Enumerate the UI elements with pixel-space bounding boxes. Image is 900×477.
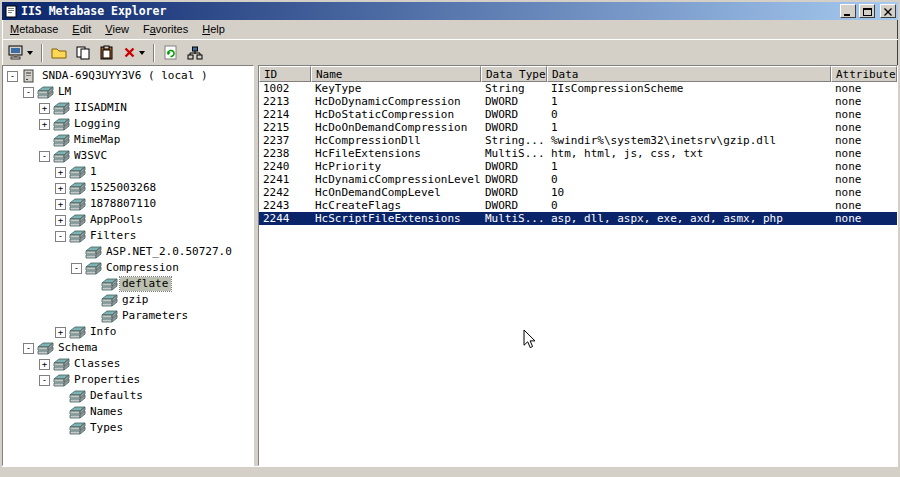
paste-button[interactable] (96, 42, 118, 64)
cell-attributes: none (831, 173, 897, 186)
tree-item-parameters[interactable]: Parameters (3, 308, 253, 324)
metabase-node-icon (69, 422, 88, 435)
cell-id: 1002 (259, 82, 311, 95)
tree-item-info[interactable]: +Info (3, 324, 253, 340)
tree-item-apppools[interactable]: +AppPools (3, 212, 253, 228)
tree-item-label: MimeMap (72, 133, 123, 147)
expand-icon[interactable]: + (39, 119, 50, 130)
tree-item-asp-net-2-0-50727-0[interactable]: ASP.NET_2.0.50727.0 (3, 244, 253, 260)
column-header-data-type[interactable]: Data Type (481, 66, 547, 82)
tree-item-properties[interactable]: -Properties (3, 372, 253, 388)
tree-item-classes[interactable]: +Classes (3, 356, 253, 372)
collapse-icon[interactable]: - (23, 87, 34, 98)
collapse-icon[interactable]: - (23, 343, 34, 354)
list-row-1002[interactable]: 1002KeyTypeStringIIsCompressionSchemenon… (259, 82, 897, 95)
cell-name: HcCreateFlags (311, 199, 481, 212)
tree-item-names[interactable]: Names (3, 404, 253, 420)
tree-item-compression[interactable]: -Compression (3, 260, 253, 276)
menu-item-view[interactable]: View (98, 21, 136, 38)
column-header-data[interactable]: Data (547, 66, 831, 82)
tree-item-filters[interactable]: -Filters (3, 228, 253, 244)
menu-item-favorites[interactable]: Favorites (136, 21, 195, 38)
list-row-2241[interactable]: 2241HcDynamicCompressionLevelDWORD0none (259, 173, 897, 186)
delete-button[interactable] (120, 42, 148, 64)
expand-icon[interactable]: + (55, 183, 66, 194)
column-header-name[interactable]: Name (311, 66, 481, 82)
collapse-icon[interactable]: - (39, 151, 50, 162)
tree-item-label: Defaults (88, 389, 146, 403)
expand-icon[interactable]: + (55, 199, 66, 210)
list-body[interactable]: 1002KeyTypeStringIIsCompressionSchemenon… (259, 82, 897, 465)
expand-icon[interactable]: + (55, 167, 66, 178)
maximize-button[interactable] (859, 4, 875, 18)
cell-name: HcDynamicCompressionLevel (311, 173, 481, 186)
title-bar[interactable]: IIS Metabase Explorer (2, 2, 898, 20)
list-row-2214[interactable]: 2214HcDoStaticCompressionDWORD0none (259, 108, 897, 121)
tree-indent (3, 140, 37, 141)
tree-item-w3svc[interactable]: -W3SVC (3, 148, 253, 164)
refresh-button[interactable] (160, 42, 182, 64)
tree-item-1525003268[interactable]: +1525003268 (3, 180, 253, 196)
collapse-icon[interactable]: - (7, 71, 18, 82)
collapse-icon[interactable]: - (71, 263, 82, 274)
menu-item-help[interactable]: Help (195, 21, 232, 38)
cell-data-type: DWORD (481, 186, 547, 199)
new-key-button[interactable] (48, 42, 70, 64)
metabase-node-icon (37, 86, 56, 99)
tree-item-1[interactable]: +1 (3, 164, 253, 180)
window-title: IIS Metabase Explorer (21, 4, 837, 18)
tree-item-types[interactable]: Types (3, 420, 253, 436)
tree-item-mimemap[interactable]: MimeMap (3, 132, 253, 148)
refresh-icon (163, 45, 179, 60)
list-row-2244[interactable]: 2244HcScriptFileExtensionsMultiS...asp, … (259, 212, 897, 225)
connect-button[interactable] (5, 42, 36, 64)
menu-item-edit[interactable]: Edit (65, 21, 98, 38)
cell-data: htm, html, js, css, txt (547, 147, 831, 160)
app-window: IIS Metabase Explorer MetabaseEditViewFa… (0, 0, 900, 477)
cell-data: asp, dll, aspx, exe, axd, asmx, php (547, 212, 831, 225)
menu-item-metabase[interactable]: Metabase (3, 21, 65, 38)
expand-icon[interactable]: + (39, 359, 50, 370)
copy-button[interactable] (72, 42, 94, 64)
list-row-2215[interactable]: 2215HcDoOnDemandCompressionDWORD1none (259, 121, 897, 134)
cell-id: 2241 (259, 173, 311, 186)
tree-item-iisadmin[interactable]: +IISADMIN (3, 100, 253, 116)
tree-item-lm[interactable]: -LM (3, 84, 253, 100)
delete-icon (123, 46, 136, 59)
list-row-2237[interactable]: 2237HcCompressionDllString...%windir%\sy… (259, 134, 897, 147)
collapse-icon[interactable]: - (39, 375, 50, 386)
metabase-node-icon (53, 102, 72, 115)
list-row-2243[interactable]: 2243HcCreateFlagsDWORD0none (259, 199, 897, 212)
tree-item-snda-69q3uyy3v6-local[interactable]: -SNDA-69Q3UYY3V6 ( local ) (3, 68, 253, 84)
column-header-attributes[interactable]: Attributes (831, 66, 897, 82)
expand-icon[interactable]: + (55, 215, 66, 226)
metabase-node-icon (85, 262, 104, 275)
close-button[interactable] (880, 4, 896, 18)
cell-id: 2214 (259, 108, 311, 121)
cell-data: 0 (547, 173, 831, 186)
metabase-node-icon (69, 230, 88, 243)
collapse-icon[interactable]: - (55, 231, 66, 242)
tree-item-gzip[interactable]: gzip (3, 292, 253, 308)
tree-item-logging[interactable]: +Logging (3, 116, 253, 132)
network-button[interactable] (184, 42, 206, 64)
column-header-id[interactable]: ID (259, 66, 311, 82)
tree-item-1878807110[interactable]: +1878807110 (3, 196, 253, 212)
tree-item-deflate[interactable]: deflate (3, 276, 253, 292)
list-view[interactable]: IDNameData TypeDataAttributes 1002KeyTyp… (258, 65, 898, 466)
list-row-2240[interactable]: 2240HcPriorityDWORD1none (259, 160, 897, 173)
list-row-2242[interactable]: 2242HcOnDemandCompLevelDWORD10none (259, 186, 897, 199)
expand-icon[interactable]: + (39, 103, 50, 114)
list-row-2238[interactable]: 2238HcFileExtensionsMultiS...htm, html, … (259, 147, 897, 160)
tree-view[interactable]: -SNDA-69Q3UYY3V6 ( local )-LM+IISADMIN+L… (2, 65, 254, 466)
expand-icon[interactable]: + (55, 327, 66, 338)
cell-data: 10 (547, 186, 831, 199)
tree-item-schema[interactable]: -Schema (3, 340, 253, 356)
tree-item-defaults[interactable]: Defaults (3, 388, 253, 404)
metabase-node-icon (69, 406, 88, 419)
cell-attributes: none (831, 212, 897, 225)
tree-item-label: Types (88, 421, 126, 435)
list-row-2213[interactable]: 2213HcDoDynamicCompressionDWORD1none (259, 95, 897, 108)
minimize-button[interactable] (840, 4, 856, 18)
maximize-icon (863, 2, 872, 20)
